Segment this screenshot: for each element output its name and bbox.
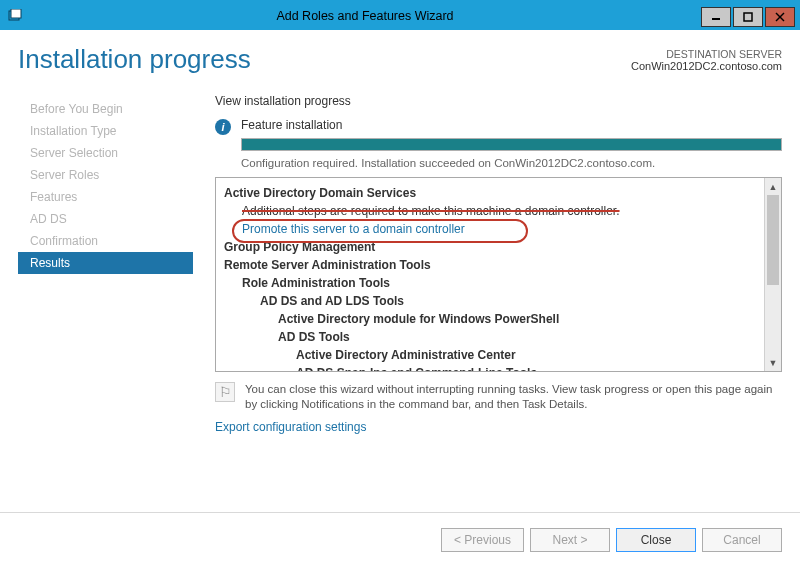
tree-additional-steps: Additional steps are required to make th… <box>224 202 756 220</box>
destination-info: DESTINATION SERVER ConWin2012DC2.contoso… <box>631 44 782 72</box>
progress-bar <box>241 138 782 151</box>
sidebar-item-before-you-begin: Before You Begin <box>18 98 193 120</box>
hint-row: ⚐ You can close this wizard without inte… <box>215 372 782 416</box>
sidebar-item-results[interactable]: Results <box>18 252 193 274</box>
svg-rect-3 <box>744 13 752 21</box>
app-icon <box>1 1 29 31</box>
export-settings-link[interactable]: Export configuration settings <box>215 416 782 444</box>
sidebar-item-confirmation: Confirmation <box>18 230 193 252</box>
wizard-footer: < Previous Next > Close Cancel <box>0 512 800 567</box>
close-button[interactable]: Close <box>616 528 696 552</box>
cancel-button: Cancel <box>702 528 782 552</box>
header-row: Installation progress DESTINATION SERVER… <box>18 44 782 94</box>
sidebar-item-server-selection: Server Selection <box>18 142 193 164</box>
scroll-up-icon[interactable]: ▲ <box>765 178 781 195</box>
scroll-down-icon[interactable]: ▼ <box>765 354 781 371</box>
titlebar: Add Roles and Features Wizard <box>1 1 799 31</box>
svg-rect-1 <box>11 9 21 18</box>
flag-icon: ⚐ <box>215 382 235 402</box>
hint-text: You can close this wizard without interr… <box>245 382 782 412</box>
tree-ad-module-ps: Active Directory module for Windows Powe… <box>224 310 756 328</box>
destination-label: DESTINATION SERVER <box>631 48 782 60</box>
scroll-track[interactable] <box>765 195 781 354</box>
next-button: Next > <box>530 528 610 552</box>
tree-ad-snapins: AD DS Snap-Ins and Command-Line Tools <box>224 364 756 371</box>
tree-adds: Active Directory Domain Services <box>224 184 756 202</box>
page-title: Installation progress <box>18 44 251 75</box>
scroll-thumb[interactable] <box>767 195 779 285</box>
promote-server-link[interactable]: Promote this server to a domain controll… <box>224 220 756 238</box>
tree-rsat: Remote Server Administration Tools <box>224 256 756 274</box>
previous-button: < Previous <box>441 528 524 552</box>
feature-install-label: Feature installation <box>241 118 782 132</box>
feature-install-row: i Feature installation Configuration req… <box>215 118 782 177</box>
tree-gpm: Group Policy Management <box>224 238 756 256</box>
window-title: Add Roles and Features Wizard <box>29 9 701 23</box>
vertical-scrollbar[interactable]: ▲ ▼ <box>764 178 781 371</box>
tree-ad-admin-center: Active Directory Administrative Center <box>224 346 756 364</box>
tree-role-admin-tools: Role Administration Tools <box>224 274 756 292</box>
tree-adds-adlds-tools: AD DS and AD LDS Tools <box>224 292 756 310</box>
window-controls <box>701 5 799 27</box>
close-window-button[interactable] <box>765 7 795 27</box>
minimize-button[interactable] <box>701 7 731 27</box>
sidebar-item-features: Features <box>18 186 193 208</box>
destination-server: ConWin2012DC2.contoso.com <box>631 60 782 72</box>
sidebar-item-server-roles: Server Roles <box>18 164 193 186</box>
wizard-steps-sidebar: Before You Begin Installation Type Serve… <box>18 94 193 512</box>
section-title: View installation progress <box>215 94 782 108</box>
tree-adds-tools: AD DS Tools <box>224 328 756 346</box>
content-area: Installation progress DESTINATION SERVER… <box>0 30 800 512</box>
info-icon: i <box>215 119 231 135</box>
installed-features-box: Active Directory Domain Services Additio… <box>215 177 782 372</box>
main-panel: View installation progress i Feature ins… <box>193 94 782 512</box>
status-text: Configuration required. Installation suc… <box>241 157 782 169</box>
maximize-button[interactable] <box>733 7 763 27</box>
sidebar-item-ad-ds: AD DS <box>18 208 193 230</box>
installed-features-list: Active Directory Domain Services Additio… <box>216 178 764 371</box>
sidebar-item-installation-type: Installation Type <box>18 120 193 142</box>
